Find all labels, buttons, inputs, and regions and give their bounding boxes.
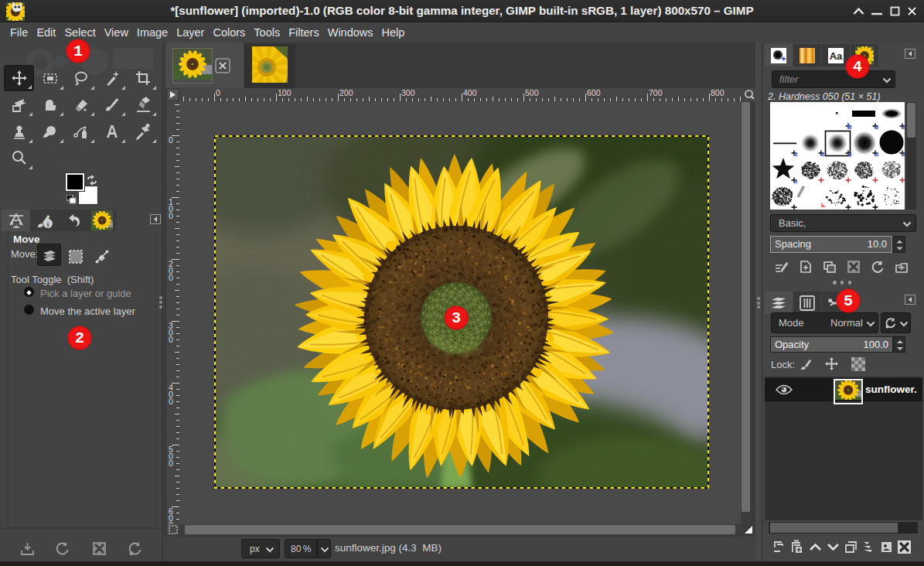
svg-text:Aa: Aa <box>830 50 843 62</box>
